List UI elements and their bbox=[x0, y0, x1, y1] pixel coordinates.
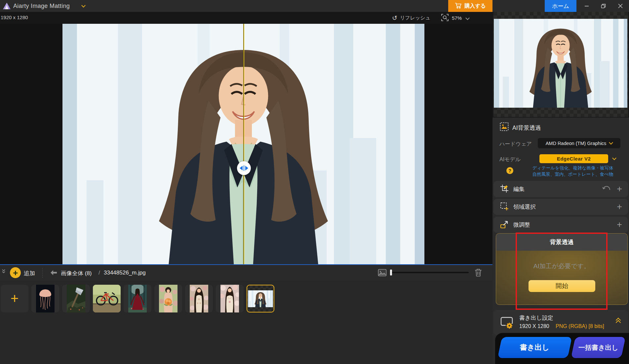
hardware-value: AMD Radeon (TM) Graphics bbox=[546, 141, 607, 146]
zoom-magnifier-icon bbox=[441, 14, 449, 22]
slider-right-arrow-icon bbox=[245, 166, 248, 170]
app-logo-icon bbox=[3, 2, 11, 11]
refresh-icon: ↺ bbox=[392, 15, 397, 21]
thumbnail-cream-flowers[interactable] bbox=[216, 285, 244, 312]
batch-export-button[interactable]: 一括書き出し bbox=[571, 337, 626, 358]
export-format: PNG (RGBA) [8 bits] bbox=[556, 323, 604, 329]
ai-model-dropdown[interactable]: EdgeClear V2 bbox=[539, 154, 608, 163]
collapse-filmstrip-icon[interactable] bbox=[1, 269, 6, 275]
back-arrow-icon[interactable] bbox=[50, 270, 57, 277]
thumbnail-strip: + bbox=[0, 281, 492, 364]
add-image-label[interactable]: 追加 bbox=[24, 270, 35, 277]
matting-panel-title: 背景透過 bbox=[496, 234, 627, 251]
right-panel: AI背景透過 ハードウェア AMD Radeon (TM) Graphics A… bbox=[492, 12, 629, 364]
thumbnail-size-icon bbox=[378, 269, 387, 278]
image-dimensions: 1920 x 1280 bbox=[1, 15, 28, 20]
breadcrumb-separator: / bbox=[98, 270, 100, 276]
delete-image-icon[interactable] bbox=[474, 268, 482, 278]
export-button[interactable]: 書き出し bbox=[497, 337, 572, 358]
matting-panel: 背景透過 AI加工が必要です。 開始 bbox=[496, 233, 628, 305]
zoom-chevron-down-icon bbox=[465, 16, 470, 20]
breadcrumb-group[interactable]: 画像全体 (8) bbox=[61, 270, 92, 277]
minimize-button[interactable] bbox=[579, 0, 594, 12]
section-region-select[interactable]: 領域選択 + bbox=[493, 199, 628, 215]
ai-matting-icon bbox=[500, 122, 509, 132]
app-menu-chevron-down-icon[interactable] bbox=[81, 3, 86, 8]
thumbnail-orange-bouquet[interactable] bbox=[154, 285, 182, 312]
thumbnail-business-woman[interactable] bbox=[247, 285, 274, 312]
edit-crop-pencil-icon bbox=[500, 184, 509, 194]
expand-region-select-icon[interactable]: + bbox=[617, 202, 622, 211]
app-window: Aiarty Image Matting 購入する ホーム 1920 x 128… bbox=[0, 0, 629, 364]
refresh-button[interactable]: ↺ リフレッシュ bbox=[392, 12, 430, 24]
ai-model-chevron-down-icon[interactable] bbox=[612, 156, 616, 160]
region-select-icon bbox=[500, 202, 509, 212]
zoom-control[interactable]: 57% bbox=[441, 12, 469, 24]
export-buttons-zone: 書き出し 一括書き出し bbox=[495, 333, 629, 364]
export-settings-row[interactable]: 書き出し設定 1920 X 1280 PNG (RGBA) [8 bits] bbox=[493, 310, 628, 335]
thumbnail-add-tile[interactable]: + bbox=[1, 285, 28, 312]
thumbnail-jellyfish[interactable] bbox=[31, 285, 59, 312]
export-settings-icon bbox=[499, 315, 514, 331]
section-fine-tune[interactable]: 微調整 + bbox=[493, 217, 628, 233]
model-description-line2[interactable]: 自然風景、室内、ポートレート、食べ物 bbox=[518, 171, 627, 177]
zoom-value: 57% bbox=[452, 15, 462, 21]
expand-fine-tune-icon[interactable]: + bbox=[617, 220, 622, 229]
compare-slider-handle[interactable] bbox=[237, 161, 251, 175]
compare-divider-line[interactable] bbox=[243, 24, 244, 264]
hardware-chevron-down-icon bbox=[609, 140, 613, 145]
ai-matting-title: AI背景透過 bbox=[512, 124, 541, 132]
divider bbox=[42, 268, 43, 278]
breadcrumb-filename: 33448526_m.jpg bbox=[104, 270, 146, 276]
expand-edit-icon[interactable]: + bbox=[617, 185, 622, 194]
matting-message: AI加工が必要です。 bbox=[496, 262, 627, 271]
section-edit[interactable]: 編集 + bbox=[493, 181, 628, 197]
close-button[interactable] bbox=[613, 0, 628, 12]
model-description-line1[interactable]: ディテールを強化、複雑な画像・被写体 bbox=[518, 165, 627, 171]
home-button[interactable]: ホーム bbox=[545, 0, 576, 12]
app-title: Aiarty Image Matting bbox=[13, 3, 70, 10]
title-bar: Aiarty Image Matting 購入する ホーム bbox=[0, 0, 629, 12]
filmstrip-toolbar: + 追加 画像全体 (8) / 33448526_m.jpg bbox=[0, 265, 492, 281]
preview-image bbox=[494, 19, 627, 108]
thumbnail-axe[interactable] bbox=[62, 285, 90, 312]
thumbnail-floral-lace[interactable] bbox=[185, 285, 213, 312]
buy-button[interactable]: 購入する bbox=[448, 0, 492, 12]
thumbnail-red-dress[interactable] bbox=[124, 285, 151, 312]
thumbnail-bike[interactable] bbox=[93, 285, 121, 312]
thumbnail-size-slider[interactable] bbox=[390, 272, 469, 273]
add-image-button[interactable]: + bbox=[10, 267, 21, 278]
preview-pane bbox=[492, 12, 629, 118]
hardware-label: ハードウェア bbox=[499, 141, 532, 148]
export-settings-title: 書き出し設定 bbox=[519, 314, 553, 322]
cart-icon bbox=[455, 2, 462, 10]
undo-icon[interactable] bbox=[602, 185, 611, 193]
start-button[interactable]: 開始 bbox=[529, 280, 595, 292]
canvas-area[interactable] bbox=[0, 24, 492, 264]
fine-tune-icon bbox=[500, 220, 509, 230]
collapse-export-icon[interactable] bbox=[616, 318, 620, 324]
restore-button[interactable] bbox=[596, 0, 610, 12]
export-size: 1920 X 1280 bbox=[519, 323, 549, 329]
help-icon[interactable]: ? bbox=[506, 167, 513, 174]
slider-left-arrow-icon bbox=[240, 166, 243, 170]
thumbnail-size-slider-handle[interactable] bbox=[390, 270, 392, 275]
ai-model-label: AIモデル bbox=[499, 156, 521, 163]
hardware-dropdown[interactable]: AMD Radeon (TM) Graphics bbox=[538, 138, 620, 148]
